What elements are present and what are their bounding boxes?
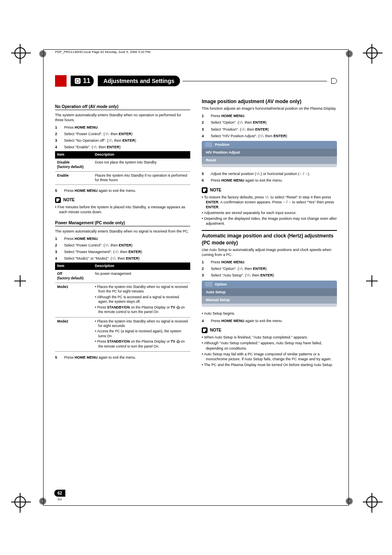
table-value: Does not place the system into Standby [93,159,190,171]
note-item: Although "Auto Setup completed." appears… [202,341,337,350]
table-power-management: Item Description Off(factory default)No … [55,263,190,352]
note-item: The PC and the Plasma Display must be tu… [202,362,337,367]
step-number: 3 [202,273,207,278]
menu-icon [205,142,212,147]
step-number: 3 [55,138,60,143]
step-number: 1 [202,113,207,118]
chapter-number-badge: 11 [71,76,94,86]
step-number: 4 [55,256,60,261]
note-item: When Auto Setup is finished, "Auto Setup… [202,335,337,340]
note-item: Adjustments are stored separately for ea… [202,210,337,215]
note-item: Five minutes before the system is placed… [55,205,190,214]
table-value: Places the system into Standby when no s… [93,283,190,317]
step-number: 3 [202,127,207,132]
registration-mark-icon [14,47,26,59]
table-key: Off(factory default) [55,270,93,283]
right-column: Image position adjustment (AV mode only)… [202,98,337,370]
table-row: Mode1Places the system into Standby when… [55,283,190,317]
step: 3Select "Position". (↑/↓ then ENTER) [202,127,337,132]
step-text: Select "Option". (↑/↓ then ENTER) [211,266,267,271]
section-heading: No Operation off (AV mode only) [55,104,190,110]
table-row: Mode2Places the system into Standby when… [55,317,190,352]
section-heading: Automatic image position and clock (Hert… [202,230,337,246]
note-label: NOTE [210,327,221,333]
step-number: 3 [55,249,60,254]
page-number-box: 62 En [54,489,65,501]
left-column: No Operation off (AV mode only) The syst… [55,98,190,370]
table-header: Item [55,151,93,158]
step-number: 2 [55,131,60,136]
step: 2Select "Power Control". (↑/↓ then ENTER… [55,131,190,136]
note-label: NOTE [210,187,221,193]
step-number: 6 [202,178,207,183]
note-label: NOTE [63,197,75,203]
step: 4Select "Mode1" or "Mode2". (↑/↓ then EN… [55,256,190,261]
step: 4Select "H/V Position Adjust". (↑/↓ then… [202,134,337,138]
chapter-accent [55,75,67,87]
chapter-number: 11 [83,77,90,85]
step-number: 4 [55,145,60,150]
osd-row: H/V Position Adjust [202,148,337,156]
chapter-bar: 11 Adjustments and Settings [55,75,337,87]
step: 3Select "Power Management". (↑/↓ then EN… [55,249,190,254]
table-row: EnablePlaces the system into Standby if … [55,171,190,184]
registration-mark-icon [14,496,26,508]
page-frame: PDP_PRO1140HD.book Page 62 Monday, June … [43,49,349,506]
step: 1Press HOME MENU. [55,236,190,241]
step-number: 5 [55,188,60,193]
step-number: 4 [202,318,207,323]
table-key: Disable(factory default) [55,159,93,171]
section-heading: Power Management (PC mode only) [55,220,190,226]
step-text: Select "Power Management". (↑/↓ then ENT… [64,249,142,254]
step-text: Select "Power Control". (↑/↓ then ENTER) [64,243,133,248]
step: 2Select "Power Control". (↑/↓ then ENTER… [55,243,190,248]
table-key: Enable [55,171,93,184]
step-number: 2 [202,120,207,125]
section-intro: Use Auto Setup to automatically adjust i… [202,247,337,257]
step-text: Select "Position". (↑/↓ then ENTER) [211,127,269,132]
osd-row: Reset [202,156,337,164]
step-text: Press HOME MENU again to exit the menu. [64,355,136,360]
table-value: Places the system into Standby when no s… [93,317,190,352]
table-header: Description [93,151,190,158]
list-item: Press STANDBY/ON on the Plasma Display o… [95,339,188,349]
step-text: Press HOME MENU. [64,125,99,130]
step-text: Press HOME MENU again to exit the menu. [64,188,136,193]
note-item: Depending on the displayed video, the im… [202,216,337,226]
page-language: En [54,497,65,501]
list-item: Press STANDBY/ON on the Plasma Display o… [95,305,188,315]
step-text: Select "Mode1" or "Mode2". (↑/↓ then ENT… [64,256,140,261]
osd-title: Option [215,282,227,287]
step-text: Select "H/V Position Adjust". (↑/↓ then … [211,134,287,138]
step: 3Select "Auto Setup". (↑/↓ then ENTER) [202,273,337,278]
list-item: Although the PC is accessed and a signal… [95,295,188,304]
section-intro: This function adjusts an image's horizon… [202,106,337,111]
note-icon [202,327,208,333]
page-number: 62 [54,490,65,497]
step-number: 5 [55,355,60,360]
section-intro: The system automatically enters Standby … [55,229,190,234]
table-key: Mode1 [55,283,93,317]
note-item: Auto Setup may fail with a PC image comp… [202,352,337,362]
step-text: Adjust the vertical position (↑/↓) or ho… [211,171,310,176]
registration-mark-icon [366,496,378,508]
step: 3Select "No Operation off". (↑/↓ then EN… [55,138,190,143]
step-number: 5 [202,171,207,176]
step: 1Press HOME MENU. [202,113,337,118]
step-text: Press HOME MENU. [211,260,245,265]
table-no-operation: Item Description Disable(factory default… [55,151,190,184]
table-row: Disable(factory default)Does not place t… [55,159,190,171]
chapter-title: Adjustments and Settings [98,76,180,86]
section-heading: Image position adjustment (AV mode only) [202,98,337,105]
step-text: Press HOME MENU again to exit the menu. [211,178,283,183]
step: 2Select "Option". (↑/↓ then ENTER) [202,120,337,125]
table-header: Description [93,263,190,269]
note-icon [202,187,208,193]
section-intro: The system automatically enters Standby … [55,113,190,122]
table-row: Off(factory default)No power management [55,270,190,283]
step: 4Select "Enable". (↑/↓ then ENTER) [55,145,190,150]
step-text: Select "Option". (↑/↓ then ENTER) [211,120,267,125]
osd-row: Manual Setup [202,296,337,304]
list-item: Auto Setup begins. [202,311,337,316]
cross-mark-icon [366,275,378,287]
